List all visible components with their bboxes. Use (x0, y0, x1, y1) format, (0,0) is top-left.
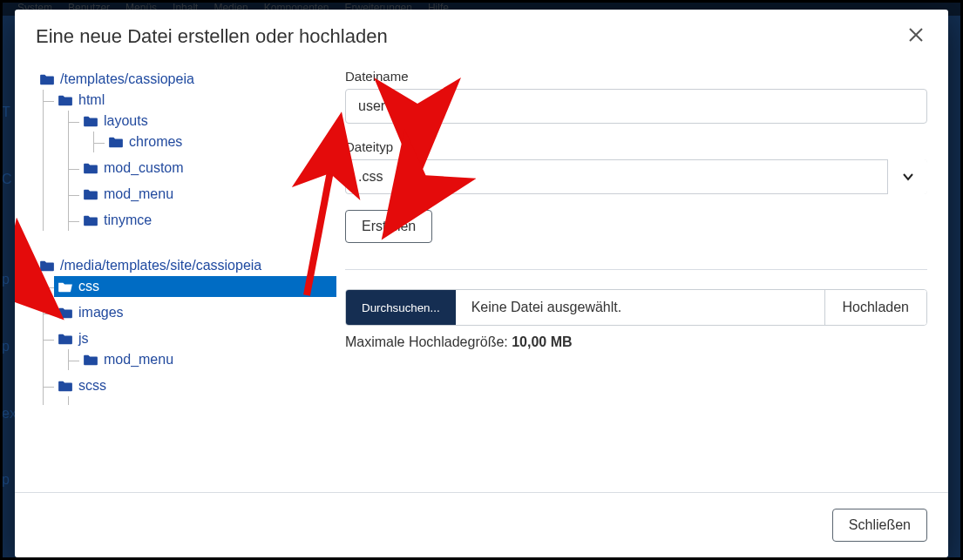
filetype-dropdown-toggle[interactable] (887, 159, 927, 194)
tree-item-mod-menu[interactable]: mod_menu (79, 184, 336, 205)
tree-label: scss (78, 378, 106, 394)
folder-icon (83, 162, 98, 174)
folder-icon (39, 73, 55, 85)
folder-icon (58, 380, 73, 392)
tree-item-js-mod-menu[interactable]: mod_menu (79, 349, 336, 370)
modal-title: Eine neue Datei erstellen oder hochladen (36, 25, 388, 48)
tree-label: mod_menu (104, 352, 173, 368)
filetype-value: .css (345, 159, 927, 194)
tree-label: chromes (129, 134, 182, 150)
tree-item-js[interactable]: js (54, 328, 336, 349)
folder-tree: /templates/cassiopeia html (36, 69, 336, 483)
filetype-select[interactable]: .css (345, 159, 927, 194)
tree-label: mod_menu (104, 186, 173, 202)
modal-header: Eine neue Datei erstellen oder hochladen (15, 10, 948, 69)
max-upload-value: 10,00 MB (512, 334, 572, 349)
folder-icon (39, 260, 55, 272)
folder-icon (83, 354, 98, 366)
folder-open-icon (58, 280, 73, 293)
max-upload-size: Maximale Hochladegröße: 10,00 MB (345, 334, 927, 350)
folder-icon (83, 214, 98, 226)
tree-label: html (78, 92, 105, 108)
tree-root-templates[interactable]: /templates/cassiopeia (36, 69, 336, 90)
folder-icon (58, 307, 73, 319)
tree-item-tinymce[interactable]: tinymce (79, 210, 336, 231)
upload-row: Durchsuchen... Keine Datei ausgewählt. H… (345, 289, 927, 326)
folder-icon (58, 94, 73, 106)
modal-footer: Schließen (15, 492, 948, 557)
tree-label: css (78, 279, 99, 294)
tree-label: mod_custom (104, 160, 184, 176)
max-upload-prefix: Maximale Hochladegröße: (345, 334, 512, 349)
filename-input[interactable] (345, 89, 927, 124)
tree-item-scss[interactable]: scss (54, 375, 336, 396)
filename-label: Dateiname (345, 69, 927, 84)
modal-dialog: Eine neue Datei erstellen oder hochladen… (15, 10, 948, 557)
divider (345, 269, 927, 270)
browse-button[interactable]: Durchsuchen... (346, 290, 456, 325)
tree-item-mod-custom[interactable]: mod_custom (79, 158, 336, 179)
tree-item-scss-child[interactable] (79, 396, 336, 405)
file-chosen-text: Keine Datei ausgewählt. (456, 290, 824, 325)
close-button[interactable] (905, 24, 927, 50)
tree-label: images (78, 305, 124, 320)
close-footer-button[interactable]: Schließen (832, 509, 927, 542)
folder-icon (83, 115, 98, 127)
tree-root-media[interactable]: /media/templates/site/cassiopeia (36, 255, 336, 276)
chevron-down-icon (901, 170, 915, 184)
folder-icon (58, 333, 73, 345)
filetype-label: Dateityp (345, 139, 927, 154)
tree-label: layouts (104, 113, 148, 129)
tree-item-layouts[interactable]: layouts (79, 111, 336, 132)
tree-item-images[interactable]: images (54, 302, 336, 323)
folder-icon (83, 188, 98, 200)
filename-field-group: Dateiname (345, 69, 927, 124)
tree-label: /media/templates/site/cassiopeia (60, 258, 261, 273)
create-button[interactable]: Erstellen (345, 210, 432, 243)
folder-icon (108, 136, 124, 148)
modal-body: /templates/cassiopeia html (15, 69, 948, 492)
folder-icon (83, 399, 98, 405)
tree-item-css[interactable]: css (54, 276, 336, 297)
tree-item-chromes[interactable]: chromes (105, 132, 336, 152)
upload-button[interactable]: Hochladen (824, 290, 927, 325)
filetype-field-group: Dateityp .css (345, 139, 927, 194)
form-column: Dateiname Dateityp .css Erstellen Durchs… (336, 69, 927, 483)
tree-item-html[interactable]: html (54, 90, 336, 111)
tree-label: /templates/cassiopeia (60, 71, 194, 87)
tree-label: js (78, 331, 89, 347)
close-icon (908, 27, 924, 43)
tree-label: tinymce (104, 213, 152, 228)
